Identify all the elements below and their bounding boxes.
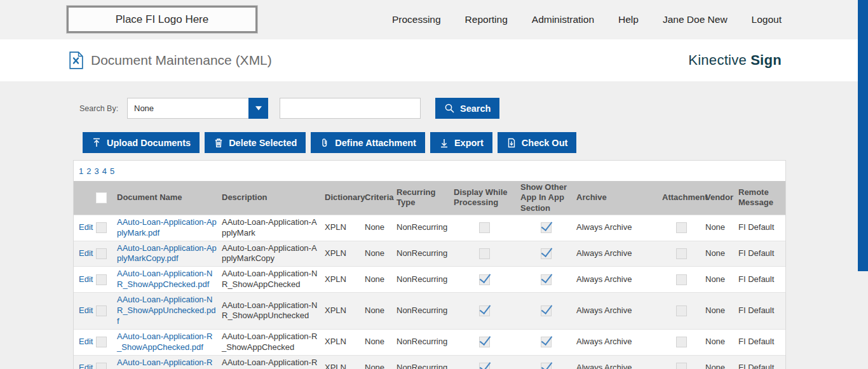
table-header-row: Document Name Description Dictionary Cri… [74, 181, 785, 215]
display-while-processing-checkbox [479, 222, 490, 233]
attachment-checkbox [676, 222, 687, 233]
define-attachment-button[interactable]: Define Attachment [311, 132, 425, 153]
chevron-down-icon[interactable] [248, 98, 268, 119]
row-select-checkbox[interactable] [96, 363, 107, 369]
show-other-app-checkbox [541, 305, 552, 316]
edit-column-header [74, 181, 96, 215]
table-row: Edit AAuto-Loan-Application-ApplyMarkCop… [74, 241, 785, 267]
vendor-cell: None [705, 293, 738, 330]
recurring-type-cell: NonRecurring [397, 329, 454, 355]
show-other-app-checkbox [541, 337, 552, 347]
check-out-button[interactable]: Check Out [498, 132, 577, 153]
delete-selected-label: Delete Selected [229, 138, 297, 148]
search-input[interactable] [280, 98, 421, 119]
documents-table: Document Name Description Dictionary Cri… [74, 181, 785, 369]
document-name-link[interactable]: AAuto-Loan-Application-R_ShowAppChecked.… [117, 332, 212, 352]
nav-processing[interactable]: Processing [392, 14, 441, 25]
page-link-3[interactable]: 3 [94, 166, 98, 176]
page-link-5[interactable]: 5 [110, 166, 114, 176]
remote-message-cell: FI Default [738, 241, 785, 267]
recurring-type-cell: NonRecurring [397, 215, 454, 241]
attachment-checkbox [676, 305, 687, 316]
attachment-checkbox [676, 363, 687, 369]
criteria-cell: None [365, 293, 397, 330]
document-name-link[interactable]: AAuto-Loan-Application-R_ShowAppUnchecke… [117, 358, 212, 369]
table-row: Edit AAuto-Loan-Application-R_ShowAppChe… [74, 329, 785, 355]
table-row: Edit AAuto-Loan-Application-ApplyMark.pd… [74, 215, 785, 241]
document-name-link[interactable]: AAuto-Loan-Application-ApplyMarkCopy.pdf [117, 243, 217, 264]
table-row: Edit AAuto-Loan-Application-NR_ShowAppCh… [74, 267, 785, 293]
nav-logout[interactable]: Logout [752, 14, 782, 25]
document-name-link[interactable]: AAuto-Loan-Application-ApplyMark.pdf [117, 217, 217, 238]
page-link-2[interactable]: 2 [86, 166, 91, 176]
check-out-icon [506, 138, 517, 148]
col-description: Description [222, 181, 325, 215]
display-while-processing-checkbox [479, 363, 490, 369]
pagination: 1 2 3 4 5 [74, 161, 785, 181]
page-header-band: Document Maintenance (XML) KinectiveSign [0, 39, 868, 81]
table-row: Edit AAuto-Loan-Application-NR_ShowAppUn… [74, 293, 785, 330]
row-select-checkbox[interactable] [96, 222, 107, 233]
dictionary-cell: XPLN [325, 267, 365, 293]
nav-help[interactable]: Help [618, 14, 639, 25]
export-button[interactable]: Export [430, 132, 492, 153]
nav-administration[interactable]: Administration [532, 14, 594, 25]
search-by-dropdown-value: None [128, 104, 154, 113]
attachment-checkbox [676, 274, 687, 285]
show-other-app-checkbox [541, 363, 552, 369]
define-attachment-label: Define Attachment [335, 138, 416, 148]
edit-link[interactable]: Edit [79, 274, 93, 284]
document-name-link[interactable]: AAuto-Loan-Application-NR_ShowAppUncheck… [117, 295, 215, 326]
scrollbar-thumb[interactable] [858, 0, 868, 271]
search-by-dropdown[interactable]: None [127, 98, 268, 119]
row-select-checkbox[interactable] [96, 305, 107, 316]
col-remote-message: Remote Message [738, 181, 785, 215]
search-button[interactable]: Search [435, 98, 499, 119]
top-navigation: Processing Reporting Administration Help… [392, 0, 782, 39]
edit-link[interactable]: Edit [79, 248, 93, 258]
select-all-checkbox[interactable] [96, 192, 107, 203]
kinective-sign-logo: KinectiveSign [688, 52, 782, 69]
nav-user-jane-doe-new[interactable]: Jane Doe New [663, 14, 728, 25]
remote-message-cell: FI Default [738, 293, 785, 330]
scrollbar-track[interactable] [858, 0, 868, 369]
display-while-processing-checkbox [479, 274, 490, 285]
edit-link[interactable]: Edit [79, 337, 93, 346]
xml-document-icon [69, 51, 84, 69]
remote-message-cell: FI Default [738, 215, 785, 241]
col-archive: Archive [576, 181, 662, 215]
nav-reporting[interactable]: Reporting [465, 14, 508, 25]
description-cell: AAuto-Loan-Application-R_ShowAppChecked [222, 329, 325, 355]
vendor-cell: None [705, 267, 738, 293]
vendor-cell: None [705, 329, 738, 355]
dictionary-cell: XPLN [325, 215, 365, 241]
paperclip-icon [320, 138, 330, 148]
attachment-checkbox [676, 248, 687, 259]
page-link-4[interactable]: 4 [102, 166, 107, 176]
edit-link[interactable]: Edit [79, 363, 93, 369]
archive-cell: Always Archive [576, 241, 662, 267]
row-select-checkbox[interactable] [96, 274, 107, 285]
export-label: Export [454, 138, 484, 148]
edit-link[interactable]: Edit [79, 305, 93, 315]
col-recurring-type: Recurring Type [397, 181, 454, 215]
row-select-checkbox[interactable] [96, 337, 107, 347]
edit-link[interactable]: Edit [79, 222, 93, 232]
document-toolbar: Upload Documents Delete Selected Define … [83, 132, 868, 153]
page-title: Document Maintenance (XML) [91, 53, 272, 68]
page-link-1[interactable]: 1 [79, 166, 83, 176]
dictionary-cell: XPLN [325, 329, 365, 355]
remote-message-cell: FI Default [738, 267, 785, 293]
brand-suffix: Sign [750, 52, 782, 68]
col-dictionary: Dictionary [325, 181, 365, 215]
criteria-cell: None [365, 329, 397, 355]
document-name-link[interactable]: AAuto-Loan-Application-NR_ShowAppChecked… [117, 269, 212, 289]
display-while-processing-checkbox [479, 248, 490, 259]
col-display-while-processing: Display While Processing [454, 181, 520, 215]
remote-message-cell: FI Default [738, 355, 785, 369]
upload-documents-button[interactable]: Upload Documents [83, 132, 200, 153]
delete-selected-button[interactable]: Delete Selected [205, 132, 306, 153]
criteria-cell: None [365, 241, 397, 267]
row-select-checkbox[interactable] [96, 248, 107, 259]
attachment-checkbox [676, 337, 687, 347]
